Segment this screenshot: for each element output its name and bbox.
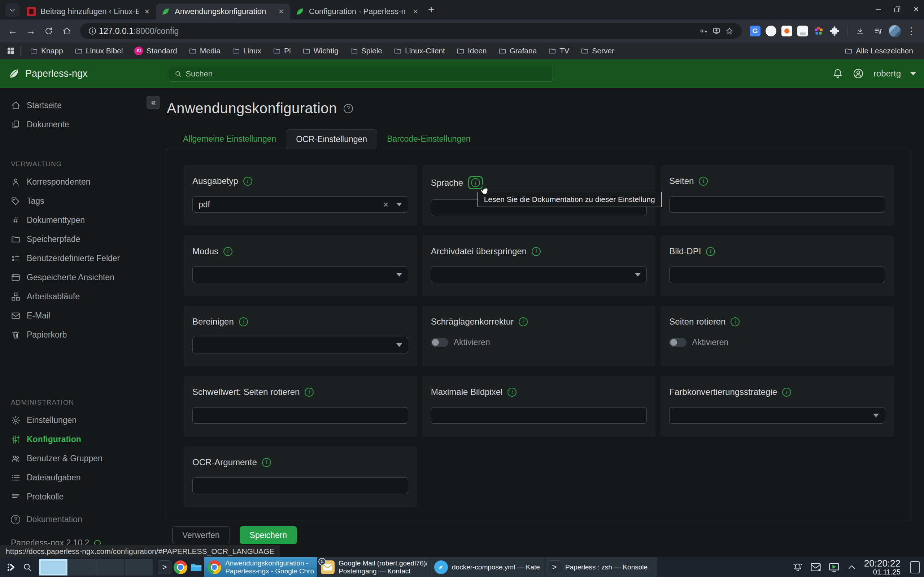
discard-button[interactable]: Verwerfen	[172, 526, 230, 544]
extension-icon[interactable]	[766, 26, 776, 36]
apps-grid-icon[interactable]	[6, 47, 15, 55]
info-icon[interactable]: i	[730, 318, 740, 326]
info-icon[interactable]: i	[531, 247, 541, 256]
bookmark-star-icon[interactable]	[723, 24, 736, 37]
desktop-2[interactable]	[68, 559, 96, 575]
back-button[interactable]: ←	[5, 23, 20, 39]
bookmark-folder-linux-bibel[interactable]: Linux Bibel	[70, 45, 128, 57]
sidebar-item-protokolle[interactable]: Protokolle	[0, 487, 153, 506]
page-help-icon[interactable]: ?	[344, 104, 353, 113]
user-menu-caret-icon[interactable]	[910, 72, 916, 76]
browser-tab-1[interactable]: Beitrag hinzufügen ‹ Linux-B ×	[22, 3, 156, 19]
sidebar-item-dateiaufgaben[interactable]: Dateiaufgaben	[0, 468, 153, 487]
info-icon[interactable]: i	[519, 318, 528, 326]
document-extension-icon[interactable]	[797, 26, 808, 36]
dolphin-launcher[interactable]	[188, 559, 204, 576]
extension-icon[interactable]	[782, 26, 792, 36]
ocr-argumente-input[interactable]	[192, 477, 408, 494]
home-button[interactable]	[59, 23, 74, 39]
tab-close-icon[interactable]: ×	[143, 6, 151, 16]
desktop-4[interactable]	[124, 559, 153, 575]
modus-select[interactable]	[192, 266, 408, 283]
forward-button[interactable]: →	[23, 23, 38, 39]
krunner-search-button[interactable]	[19, 559, 36, 576]
search-input[interactable]	[186, 69, 548, 79]
user-avatar-icon[interactable]	[853, 68, 864, 79]
save-button[interactable]: Speichern	[240, 526, 297, 544]
tray-notifications-icon[interactable]	[793, 562, 803, 572]
username[interactable]: robertg	[874, 69, 901, 79]
tray-expand-caret-icon[interactable]	[847, 562, 856, 572]
bookmark-folder-server[interactable]: Server	[577, 45, 619, 57]
bookmark-folder-linux[interactable]: Linux	[228, 45, 266, 57]
paperless-brand[interactable]: Paperless-ngx	[0, 68, 88, 80]
sidebar-item-benutzer-gruppen[interactable]: Benutzer & Gruppen	[0, 449, 153, 468]
desktop-1[interactable]	[39, 559, 68, 575]
deskew-toggle[interactable]	[431, 338, 448, 347]
bookmark-folder-media[interactable]: Media	[184, 45, 225, 57]
sidebar-item-papierkorb[interactable]: Papierkorb	[0, 325, 153, 344]
digital-clock[interactable]: 20:20:22 01.11.25	[864, 559, 901, 576]
info-icon[interactable]: i	[782, 388, 791, 397]
sidebar-item-email[interactable]: E-Mail	[0, 306, 153, 325]
tray-screenshare-icon[interactable]	[829, 562, 840, 572]
bild-dpi-input[interactable]	[669, 266, 885, 283]
sidebar-item-dokumentation[interactable]: ? Dokumentation	[0, 510, 153, 529]
farbkonvertierung-select[interactable]	[669, 407, 885, 424]
schwellwert-input[interactable]	[192, 407, 408, 424]
sidebar-item-dokumenttypen[interactable]: # Dokumenttypen	[0, 211, 153, 230]
sidebar-item-speicherpfade[interactable]: Speicherpfade	[0, 230, 153, 249]
sidebar-item-arbeitsablaeufe[interactable]: Arbeitsabläufe	[0, 287, 153, 306]
show-desktop-button[interactable]	[910, 561, 920, 574]
sidebar-item-einstellungen[interactable]: Einstellungen	[0, 411, 153, 430]
archivdatei-select[interactable]	[431, 266, 647, 283]
task-konsole[interactable]: > Paperless : zsh — Konsole	[544, 557, 657, 577]
info-icon[interactable]: i	[243, 177, 252, 186]
info-icon[interactable]: i	[699, 177, 708, 186]
maximale-bildpixel-input[interactable]	[431, 407, 647, 424]
ausgabetyp-select[interactable]: pdf ×	[192, 196, 408, 213]
reload-button[interactable]	[41, 23, 56, 39]
task-kate[interactable]: docker-compose.yml — Kate	[431, 557, 544, 577]
task-chrome-paperless[interactable]: Anwendungskonfiguration -Paperless-ngx -…	[204, 557, 318, 577]
sidebar-item-gespeicherte-ansichten[interactable]: Gespeicherte Ansichten	[0, 268, 153, 287]
sidebar-item-benutzerdefinierte-felder[interactable]: Benutzerdefinierte Felder	[0, 249, 153, 268]
bookmark-standard[interactable]: SIStandard	[130, 45, 181, 57]
tab-ocr-einstellungen[interactable]: OCR-Einstellungen	[286, 129, 377, 149]
bookmark-folder-tv[interactable]: TV	[544, 45, 573, 57]
tab-close-icon[interactable]: ×	[412, 6, 419, 16]
address-bar[interactable]: 127.0.0.1 :8000/config	[80, 23, 742, 39]
bookmark-folder-pi[interactable]: Pi	[268, 45, 295, 57]
new-tab-button[interactable]: +	[428, 3, 435, 16]
sidebar-item-tags[interactable]: Tags	[0, 192, 153, 211]
tray-mail-icon[interactable]	[810, 562, 821, 572]
desktop-3[interactable]	[96, 559, 124, 575]
app-launcher-button[interactable]	[3, 559, 19, 576]
info-icon[interactable]: i	[507, 388, 517, 397]
media-controls-button[interactable]	[871, 23, 886, 39]
chrome-launcher[interactable]	[173, 559, 188, 576]
bookmark-folder-grafana[interactable]: Grafana	[494, 45, 541, 57]
restore-button[interactable]	[893, 5, 901, 13]
browser-menu-button[interactable]: ⋮	[904, 23, 919, 39]
notifications-bell-icon[interactable]	[832, 68, 843, 79]
rotate-pages-toggle[interactable]	[669, 338, 687, 347]
browser-tab-3[interactable]: Configuration - Paperless-n ×	[290, 3, 425, 19]
bookmark-folder-ideen[interactable]: Ideen	[452, 45, 491, 57]
info-icon[interactable]: i	[223, 247, 233, 256]
tab-close-icon[interactable]: ×	[277, 6, 285, 16]
tab-search-button[interactable]	[5, 3, 19, 17]
install-app-icon[interactable]	[710, 24, 723, 37]
password-key-icon[interactable]	[697, 24, 710, 37]
info-icon[interactable]: i	[305, 388, 313, 397]
info-icon[interactable]: i	[239, 318, 248, 326]
extensions-puzzle-icon[interactable]	[829, 26, 840, 36]
info-icon[interactable]: i	[262, 458, 271, 467]
bookmark-folder-spiele[interactable]: Spiele	[346, 45, 386, 57]
info-icon[interactable]: i	[706, 247, 715, 256]
sidebar-item-startseite[interactable]: Startseite	[0, 96, 153, 115]
sidebar-item-konfiguration[interactable]: Konfiguration	[0, 430, 153, 449]
tab-allgemeine-einstellungen[interactable]: Allgemeine Einstellungen	[173, 129, 286, 149]
all-bookmarks-button[interactable]: Alle Lesezeichen	[840, 45, 918, 57]
sidebar-item-korrespondenten[interactable]: Korrespondenten	[0, 172, 153, 192]
